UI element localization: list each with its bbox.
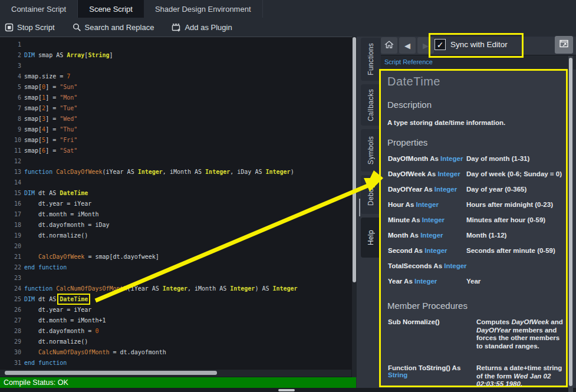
add-as-plugin-button[interactable]: Add as Plugin	[172, 23, 232, 32]
code-line[interactable]: 9smap[4] = "Thu"	[0, 124, 298, 135]
search-and-replace-label: Search and Replace	[85, 23, 154, 32]
side-tab-functions[interactable]: Functions	[361, 38, 381, 81]
panel-splitter-grip[interactable]	[359, 199, 360, 216]
type-link[interactable]: Integer	[444, 262, 466, 269]
back-button[interactable]: ◀	[399, 37, 416, 54]
side-tab-symbols[interactable]: Symbols	[361, 129, 381, 172]
code-text: smap[1] = "Mon"	[24, 93, 77, 103]
bottom-splitter-handle[interactable]	[278, 389, 295, 391]
property-name: DayOfWeek	[388, 170, 426, 177]
code-text: end function	[24, 358, 67, 368]
side-tab-help[interactable]: Help	[361, 218, 381, 258]
code-text: dt.normalize()	[24, 230, 88, 241]
doc-scrollbar[interactable]	[568, 56, 573, 392]
type-link[interactable]: Integer	[420, 232, 443, 239]
editor-vertical-scrollbar[interactable]	[352, 37, 357, 377]
document-tabbar: Container ScriptScene ScriptShader Desig…	[0, 0, 576, 18]
code-line[interactable]: 14	[0, 177, 298, 188]
code-line[interactable]: 29 dt.normalize()	[0, 337, 298, 347]
member-row: Function ToString() As StringReturns a d…	[381, 364, 566, 388]
code-line[interactable]: 7smap[2] = "Tue"	[0, 103, 298, 114]
type-link[interactable]: Integer	[440, 155, 463, 162]
type-link[interactable]: Integer	[414, 278, 437, 285]
side-tab-label: Help	[367, 230, 375, 245]
code-line[interactable]: 23	[0, 273, 298, 284]
line-number: 24	[0, 284, 21, 294]
line-number: 3	[0, 61, 21, 71]
code-line[interactable]: 10smap[5] = "Fri"	[0, 135, 298, 146]
code-line[interactable]: 30 CalcNumOfDaysOfMonth = dt.dayofmonth	[0, 347, 298, 358]
code-line[interactable]: 4smap.size = 7	[0, 71, 298, 82]
forward-button[interactable]: ▶	[417, 37, 434, 54]
side-tab-callbacks[interactable]: Callbacks	[361, 84, 381, 126]
stop-script-button[interactable]: Stop Script	[5, 23, 55, 32]
script-reference-link[interactable]: Script Reference	[384, 58, 433, 65]
property-declaration: Year As Integer	[388, 278, 437, 285]
property-name: Year	[388, 278, 402, 285]
code-line[interactable]: 31end function	[0, 358, 298, 368]
home-button[interactable]	[381, 37, 397, 54]
doc-scrollbar-thumb[interactable]	[569, 58, 572, 386]
code-line[interactable]: 22end function	[0, 262, 298, 273]
line-number: 1	[0, 39, 21, 50]
tab-container-script[interactable]: Container Script	[0, 0, 78, 18]
as-keyword: As	[413, 247, 425, 254]
code-editor[interactable]: 12DIM smap AS Array[String]34smap.size =…	[0, 37, 352, 377]
code-line[interactable]: 13function CalcDayOfWeek(iYear AS Intege…	[0, 167, 298, 177]
as-keyword: As	[422, 186, 435, 193]
code-line[interactable]: 25DIM dt AS DateTime	[0, 294, 298, 305]
code-line[interactable]: 18 dt.dayofmonth = iDay	[0, 220, 298, 230]
line-number: 5	[0, 82, 21, 93]
type-link[interactable]: Integer	[424, 247, 447, 254]
type-link[interactable]: String	[388, 371, 407, 378]
script-toolbar: Stop Script Search and Replace Add as Pl…	[0, 18, 576, 37]
code-line[interactable]: 8smap[3] = "Wed"	[0, 114, 298, 124]
as-keyword: As	[426, 170, 438, 177]
code-text: smap[5] = "Fri"	[24, 135, 77, 146]
code-line[interactable]: 16 dt.year = iYear	[0, 199, 298, 209]
code-line[interactable]: 2DIM smap AS Array[String]	[0, 50, 298, 61]
code-line[interactable]: 3	[0, 61, 298, 71]
code-line[interactable]: 28 dt.dayofmonth = 0	[0, 326, 298, 337]
code-line[interactable]: 21 CalcDayOfWeek = smap[dt.dayofweek]	[0, 252, 298, 262]
code-line[interactable]: 19 dt.normalize()	[0, 230, 298, 241]
properties-heading: Properties	[387, 137, 427, 147]
type-link[interactable]: Integer	[416, 201, 439, 208]
member-procedures-list: Sub Normalize()Computes DayOfWeek and Da…	[381, 318, 566, 392]
type-link[interactable]: Integer	[437, 170, 460, 177]
line-number: 13	[0, 167, 21, 177]
property-description: Minutes after hour (0-59)	[466, 216, 545, 223]
type-link[interactable]: Integer	[422, 216, 445, 223]
plugin-icon	[172, 23, 181, 32]
code-text: smap[2] = "Tue"	[24, 103, 77, 114]
tab-scene-script[interactable]: Scene Script	[78, 0, 144, 18]
code-text: DIM dt AS DateTime	[24, 188, 88, 199]
member-procedures-heading: Member Procedures	[387, 301, 468, 311]
code-line[interactable]: 11smap[6] = "Sat"	[0, 146, 298, 156]
side-tab-debug[interactable]: Debug	[361, 175, 381, 214]
line-number: 9	[0, 124, 21, 135]
code-line[interactable]: 5smap[0] = "Sun"	[0, 82, 298, 93]
detach-panel-button[interactable]	[555, 36, 573, 54]
search-and-replace-button[interactable]: Search and Replace	[73, 23, 154, 32]
type-link[interactable]: Integer	[435, 186, 457, 193]
line-number: 7	[0, 103, 21, 114]
code-line[interactable]: 17 dt.month = iMonth	[0, 209, 298, 220]
code-line[interactable]: 15DIM dt AS DateTime	[0, 188, 298, 199]
property-row: Minute As IntegerMinutes after hour (0-5…	[381, 216, 566, 232]
code-line[interactable]: 12	[0, 156, 298, 167]
code-text: dt.month = iMonth	[24, 209, 98, 220]
editor-horizontal-scrollbar[interactable]	[0, 370, 351, 377]
vertical-scrollbar-thumb[interactable]	[353, 37, 356, 282]
code-line[interactable]: 27 dt.month = iMonth+1	[0, 315, 298, 326]
code-line[interactable]: 20	[0, 241, 298, 252]
code-line[interactable]: 1	[0, 39, 298, 50]
detach-window-icon	[559, 39, 569, 51]
horizontal-scrollbar-thumb[interactable]	[5, 371, 217, 375]
code-line[interactable]: 6smap[1] = "Mon"	[0, 93, 298, 103]
tab-shader-design-environment[interactable]: Shader Design Environment	[144, 0, 263, 18]
code-line[interactable]: 24function CalcNumOfDaysOfMonth(iYear AS…	[0, 284, 298, 294]
line-number: 29	[0, 337, 21, 347]
code-line[interactable]: 26 dt.year = iYear	[0, 305, 298, 315]
sync-with-editor-checkbox[interactable]: ✓	[435, 39, 446, 50]
